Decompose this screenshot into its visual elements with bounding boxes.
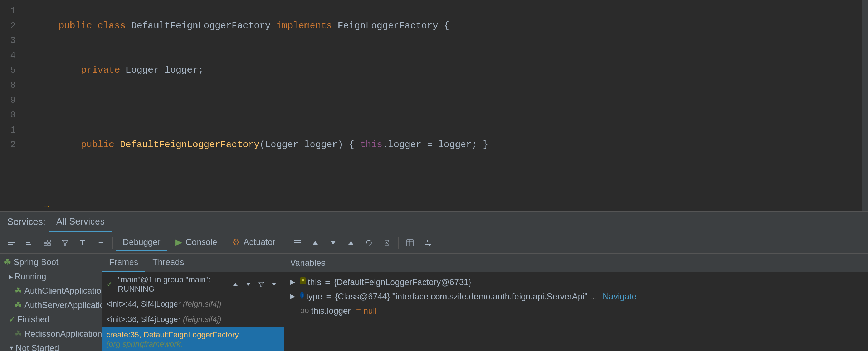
var-this: ▶ ≡ this = {DefaultFeignLoggerFactory@67… [284, 275, 868, 289]
frames-label: Frames [109, 257, 138, 267]
toolbar-btn-add[interactable]: + [93, 235, 109, 251]
service-not-started[interactable]: ▼ Not Started [0, 341, 102, 351]
service-running[interactable]: ▶ Running [0, 269, 102, 284]
tab-frames[interactable]: Frames [102, 254, 145, 272]
svg-rect-2 [8, 244, 13, 245]
var-type-navigate[interactable]: Navigate [603, 292, 637, 302]
toolbar-btn-filter[interactable] [57, 235, 73, 251]
service-auth-client[interactable]: ☘ AuthClientApplication [0, 284, 102, 298]
services-bar: Services: All Services [0, 212, 868, 232]
svg-rect-6 [44, 240, 47, 242]
tab-debugger[interactable]: Debugger [116, 234, 167, 251]
auth-client-label: AuthClientApplication [24, 286, 102, 296]
svg-marker-21 [385, 240, 389, 245]
svg-rect-22 [407, 240, 413, 246]
code-line-1: public class DefaultFeignLoggerFactory i… [25, 4, 862, 48]
not-started-label: Not Started [16, 343, 59, 351]
svg-marker-17 [313, 241, 318, 245]
toolbar-btn-down[interactable] [325, 235, 341, 251]
var-type: ▶ i type = {Class@6744} "interface com.s… [284, 289, 868, 304]
frame-0[interactable]: <init>:44, Slf4jLogger (feign.slf4j) [102, 297, 284, 312]
toolbar-separator-2 [286, 237, 286, 249]
variables-header: Variables [284, 254, 868, 272]
svg-rect-16 [294, 245, 301, 245]
toolbar-btn-stop[interactable] [379, 235, 395, 251]
threads-label: Threads [152, 257, 184, 267]
springboot-icon: ☘ [4, 257, 11, 267]
toolbar-btn-settings[interactable] [420, 235, 436, 251]
tab-console-label: Console [186, 237, 217, 247]
toolbar-btn-table[interactable] [402, 235, 418, 251]
toolbar-btn-up[interactable] [307, 235, 323, 251]
frame-0-method: <init>:44, Slf4jLogger [106, 299, 183, 308]
tab-actuator[interactable]: ⚙ Actuator [226, 234, 282, 251]
check-icon: ✓ [106, 280, 113, 289]
var-this-equals: = [323, 277, 332, 287]
frame-2[interactable]: create:35, DefaultFeignLoggerFactory (or… [102, 327, 284, 351]
editor-area: 1 2 3 4 5 ⚑ 8 9 0 1 2 public class Defau… [0, 0, 868, 211]
svg-rect-0 [8, 241, 15, 241]
toolbar-btn-align[interactable] [4, 235, 19, 251]
svg-marker-31 [233, 283, 238, 286]
line-numbers: 1 2 3 4 5 ⚑ 8 9 0 1 2 [0, 0, 21, 211]
tab-actuator-label: Actuator [244, 237, 275, 247]
frame-1-method: <init>:36, Slf4jLogger [106, 315, 183, 324]
line-num-7: 9 [0, 93, 16, 108]
service-finished[interactable]: ✓ Finished [0, 312, 102, 327]
svg-marker-19 [348, 241, 353, 245]
frame-0-location: (feign.slf4j) [183, 299, 221, 308]
var-this-name: this [308, 277, 321, 287]
toolbar-btn-collapse[interactable] [21, 235, 37, 251]
var-type-name: type [306, 292, 322, 302]
services-tab-all[interactable]: All Services [49, 212, 112, 232]
code-line-6: → − public Logger create(Class<?> type) … [25, 182, 862, 211]
auth-server-icon: ☘ [14, 300, 22, 310]
toolbar-btn-group[interactable] [39, 235, 55, 251]
tab-console[interactable]: ▶ Console [169, 234, 224, 251]
line-num-5: 5 [0, 63, 16, 78]
toolbar-btn-refresh[interactable] [361, 235, 377, 251]
tab-threads[interactable]: Threads [145, 254, 191, 272]
toolbar-separator-3 [398, 237, 399, 249]
auth-client-icon: ☘ [14, 286, 22, 296]
variables-title: Variables [290, 258, 325, 268]
service-redisson[interactable]: ☘ RedissonApplication [0, 327, 102, 341]
svg-rect-5 [26, 244, 31, 245]
finished-check-icon: ✓ [9, 314, 16, 324]
line-num-1: 1 [0, 4, 16, 19]
thread-more-btn[interactable] [268, 279, 280, 290]
thread-down-btn[interactable] [243, 279, 254, 290]
toolbar-btn-search[interactable] [75, 235, 91, 251]
service-springboot[interactable]: ☘ Spring Boot [0, 255, 102, 269]
var-type-value: {Class@6744} "interface com.szile.demo.a… [335, 292, 587, 302]
service-group-springboot: ☘ Spring Boot ▶ Running ☘ AuthClientAppl… [0, 254, 102, 351]
var-this-value: {DefaultFeignLoggerFactory@6731} [334, 277, 472, 287]
var-this-icon: ≡ [300, 277, 306, 284]
frames-list: <init>:44, Slf4jLogger (feign.slf4j) <in… [102, 297, 284, 351]
svg-rect-9 [48, 243, 50, 246]
toolbar-btn-up2[interactable] [343, 235, 359, 251]
var-type-expand[interactable]: ▶ [290, 292, 299, 300]
main-content: ☘ Spring Boot ▶ Running ☘ AuthClientAppl… [0, 254, 868, 351]
var-this-expand[interactable]: ▶ [290, 278, 299, 286]
toolbar-btn-list[interactable] [289, 235, 305, 251]
svg-rect-28 [425, 244, 429, 245]
line-num-10: 2 [0, 138, 16, 153]
thread-up-btn[interactable] [230, 279, 241, 290]
redisson-icon: ☘ [14, 329, 22, 339]
variables-list: ▶ ≡ this = {DefaultFeignLoggerFactory@67… [284, 272, 868, 351]
service-auth-server[interactable]: ☘ AuthServerApplication [0, 298, 102, 312]
svg-rect-15 [294, 242, 301, 243]
var-logger-equals [352, 306, 355, 316]
toolbar-separator-1 [112, 237, 113, 249]
services-label: Services: [4, 212, 49, 232]
frame-2-location: (org.springframework. [106, 340, 183, 348]
svg-marker-34 [272, 283, 276, 286]
svg-rect-8 [44, 243, 47, 246]
thread-filter-btn[interactable] [255, 279, 267, 290]
editor-scrollbar[interactable] [862, 0, 868, 211]
services-list: ☘ Spring Boot ▶ Running ☘ AuthClientAppl… [0, 254, 102, 351]
line-num-4: 4 [0, 48, 16, 63]
frame-1[interactable]: <init>:36, Slf4jLogger (feign.slf4j) [102, 312, 284, 327]
svg-rect-30 [429, 244, 430, 246]
